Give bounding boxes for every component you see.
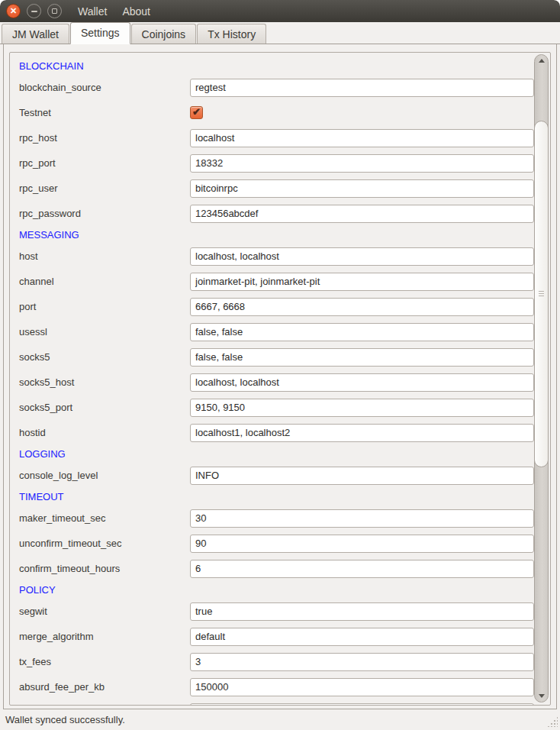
status-message: Wallet synced successfully. bbox=[5, 714, 125, 725]
socks5-port-input[interactable] bbox=[190, 399, 534, 417]
settings-row-rpc-port: rpc_port bbox=[10, 150, 550, 176]
section-heading-label: POLICY bbox=[19, 584, 56, 596]
tab-bar: JM WalletSettingsCoinjoinsTx History bbox=[0, 22, 560, 44]
section-heading-policy: POLICY bbox=[10, 581, 550, 599]
settings-row-socks5-port: socks5_port bbox=[10, 395, 550, 420]
settings-row-segwit: segwit bbox=[10, 599, 550, 624]
app-window: ✕ Wallet About JM WalletSettingsCoinjoin… bbox=[0, 0, 560, 730]
close-icon: ✕ bbox=[10, 7, 17, 15]
settings-row-socks5-host: socks5_host bbox=[10, 370, 550, 395]
field-label: absurd_fee_per_kb bbox=[19, 681, 190, 693]
field-label: rpc_password bbox=[19, 208, 190, 219]
scrollbar-grip-icon bbox=[539, 291, 544, 297]
field-label: hostid bbox=[19, 427, 190, 438]
field-label: socks5_host bbox=[19, 376, 190, 388]
field-label: rpc_port bbox=[19, 157, 190, 169]
blockchain-source-input[interactable] bbox=[190, 79, 534, 97]
settings-row-usessl: usessl bbox=[10, 319, 550, 344]
section-heading-label: LOGGING bbox=[19, 448, 66, 460]
settings-row-testnet: Testnet✔ bbox=[10, 100, 550, 125]
menu-wallet[interactable]: Wallet bbox=[70, 5, 114, 18]
rpc-port-input[interactable] bbox=[190, 154, 534, 173]
section-heading-logging: LOGGING bbox=[10, 445, 550, 463]
settings-row-blockchain-source: blockchain_source bbox=[10, 75, 550, 100]
section-heading-label: BLOCKCHAIN bbox=[19, 60, 84, 72]
maximize-window-button[interactable] bbox=[47, 4, 62, 18]
settings-row-channel: channel bbox=[10, 269, 550, 294]
rpc-password-input[interactable] bbox=[190, 205, 534, 223]
unnamed-input[interactable] bbox=[190, 703, 534, 706]
section-heading-blockchain: BLOCKCHAIN bbox=[10, 57, 550, 75]
maker-timeout-sec-input[interactable] bbox=[190, 509, 534, 528]
host-input[interactable] bbox=[190, 247, 534, 266]
socks5-input[interactable] bbox=[190, 348, 534, 367]
absurd-fee-per-kb-input[interactable] bbox=[190, 678, 534, 696]
console-log-level-input[interactable] bbox=[190, 467, 534, 485]
merge-algorithm-input[interactable] bbox=[190, 628, 534, 646]
window-controls: ✕ bbox=[0, 4, 62, 18]
titlebar: ✕ Wallet About bbox=[0, 0, 560, 22]
menubar: Wallet About bbox=[70, 5, 158, 18]
settings-row-rpc-user: rpc_user bbox=[10, 176, 550, 201]
status-bar: Wallet synced successfully. bbox=[0, 709, 560, 729]
minimize-window-button[interactable] bbox=[27, 4, 41, 18]
testnet-checkbox[interactable]: ✔ bbox=[190, 106, 203, 119]
scrollbar[interactable] bbox=[534, 54, 549, 703]
tab-settings[interactable]: Settings bbox=[70, 22, 130, 44]
port-input[interactable] bbox=[190, 298, 534, 316]
field-label: console_log_level bbox=[19, 470, 190, 481]
unconfirm-timeout-sec-input[interactable] bbox=[190, 535, 534, 553]
close-window-button[interactable]: ✕ bbox=[6, 4, 21, 18]
usessl-input[interactable] bbox=[190, 323, 534, 341]
field-label: channel bbox=[19, 276, 190, 287]
field-label: host bbox=[19, 250, 190, 262]
scrollbar-thumb[interactable] bbox=[534, 121, 549, 467]
scrollbar-up-arrow-icon[interactable] bbox=[539, 59, 545, 63]
settings-row-rpc-password: rpc_password bbox=[10, 201, 550, 226]
resize-grip[interactable] bbox=[547, 716, 558, 727]
rpc-user-input[interactable] bbox=[190, 179, 534, 198]
confirm-timeout-hours-input[interactable] bbox=[190, 560, 534, 578]
channel-input[interactable] bbox=[190, 273, 534, 291]
tab-tx-history[interactable]: Tx History bbox=[197, 24, 266, 44]
settings-row-console-log-level: console_log_level bbox=[10, 463, 550, 488]
settings-row-merge-algorithm: merge_algorithm bbox=[10, 624, 550, 649]
settings-row-rpc-host: rpc_host bbox=[10, 125, 550, 150]
settings-row-socks5: socks5 bbox=[10, 344, 550, 370]
field-label: blockchain_source bbox=[19, 82, 190, 93]
settings-row-maker-timeout-sec: maker_timeout_sec bbox=[10, 506, 550, 531]
rpc-host-input[interactable] bbox=[190, 129, 534, 147]
field-label: port bbox=[19, 301, 190, 312]
settings-scroll-area: BLOCKCHAINblockchain_sourceTestnet✔rpc_h… bbox=[9, 52, 551, 706]
field-label: socks5_port bbox=[19, 402, 190, 413]
tab-coinjoins[interactable]: Coinjoins bbox=[131, 24, 197, 44]
settings-row-unnamed bbox=[10, 699, 550, 706]
settings-row-absurd-fee-per-kb: absurd_fee_per_kb bbox=[10, 674, 550, 699]
tab-jm-wallet[interactable]: JM Wallet bbox=[2, 24, 69, 44]
settings-row-unconfirm-timeout-sec: unconfirm_timeout_sec bbox=[10, 531, 550, 556]
field-label: socks5 bbox=[19, 351, 190, 363]
checkmark-icon: ✔ bbox=[192, 106, 201, 118]
field-label: segwit bbox=[19, 606, 190, 617]
section-heading-timeout: TIMEOUT bbox=[10, 488, 550, 506]
section-heading-label: MESSAGING bbox=[19, 229, 79, 241]
settings-row-hostid: hostid bbox=[10, 420, 550, 445]
field-label: maker_timeout_sec bbox=[19, 512, 190, 524]
field-label: unconfirm_timeout_sec bbox=[19, 538, 190, 549]
settings-row-host: host bbox=[10, 244, 550, 269]
field-label: rpc_host bbox=[19, 132, 190, 144]
tx-fees-input[interactable] bbox=[190, 653, 534, 671]
scrollbar-down-arrow-icon[interactable] bbox=[539, 694, 545, 698]
field-label: Testnet bbox=[19, 107, 190, 118]
minimize-icon bbox=[31, 11, 37, 12]
field-label: confirm_timeout_hours bbox=[19, 563, 190, 574]
settings-tab-pane: BLOCKCHAINblockchain_sourceTestnet✔rpc_h… bbox=[3, 44, 557, 709]
hostid-input[interactable] bbox=[190, 424, 534, 442]
menu-about[interactable]: About bbox=[114, 5, 158, 18]
settings-form: BLOCKCHAINblockchain_sourceTestnet✔rpc_h… bbox=[10, 53, 550, 706]
field-label: rpc_user bbox=[19, 182, 190, 194]
socks5-host-input[interactable] bbox=[190, 373, 534, 392]
field-label: tx_fees bbox=[19, 656, 190, 667]
segwit-input[interactable] bbox=[190, 602, 534, 621]
field-label: merge_algorithm bbox=[19, 631, 190, 642]
